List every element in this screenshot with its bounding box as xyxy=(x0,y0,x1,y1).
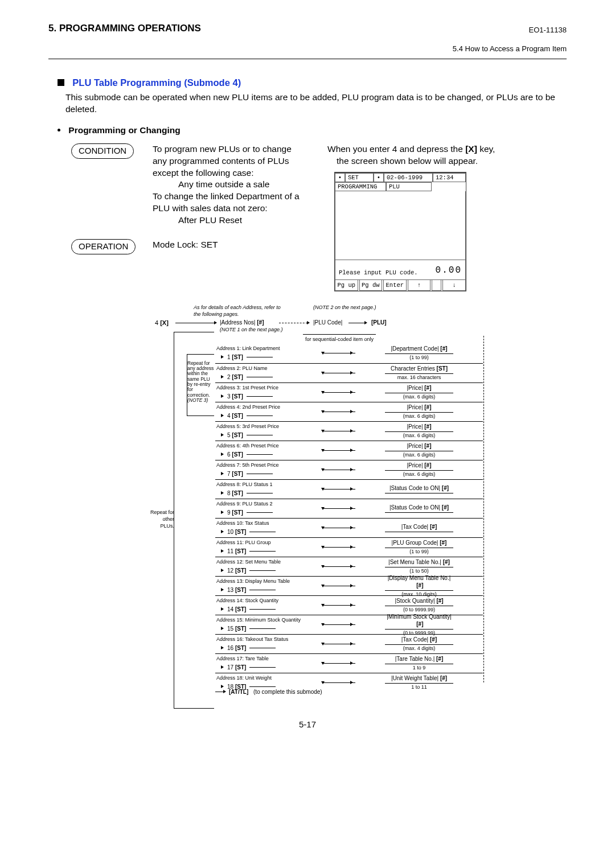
flow-row-st-key: [ST] xyxy=(232,412,243,420)
arrow-down-icon xyxy=(321,526,325,529)
arrow-right-icon xyxy=(350,351,353,355)
flow-row-right-sub: max. 16 characters xyxy=(397,374,441,381)
arrow-down-icon xyxy=(321,372,325,375)
flow-row-num: 3 xyxy=(227,393,231,401)
flow-row-right-sub: (1 to 50) xyxy=(409,567,429,574)
flow-row-right-key: [#] xyxy=(424,385,431,391)
flow-row-num: 7 xyxy=(227,470,231,478)
flow-row-right-key: [#] xyxy=(442,485,449,491)
arrow-down-icon xyxy=(321,681,325,684)
rightcol-line1b: key, xyxy=(479,144,495,154)
arrow-right-icon xyxy=(350,681,353,684)
flow-address-row: Address 1: Link Department1 [ST]|Departm… xyxy=(215,344,483,363)
flow-row-title: Address 5: 3rd Preset Price xyxy=(215,423,323,430)
flow-row-title: Address 14: Stock Quantity xyxy=(215,597,323,604)
arrow-right-icon xyxy=(350,603,353,607)
arrow-right-icon xyxy=(221,472,224,475)
flow-row-right-sub: (max. 4 digits) xyxy=(403,645,436,652)
arrow-down-icon xyxy=(321,546,325,549)
arrow-down-icon xyxy=(321,449,325,452)
arrow-down-icon xyxy=(321,643,325,645)
flow-address-row: Address 11: PLU Group11 [ST]|PLU Group C… xyxy=(215,537,483,557)
flow-note-right: (NOTE 2 on the next page.) xyxy=(313,304,427,311)
condition-text-1a: Any time outside a sale xyxy=(153,179,308,191)
softkey-up: ↑ xyxy=(408,280,431,291)
arrow-right-icon xyxy=(221,394,224,398)
arrow-down-icon xyxy=(321,623,325,626)
softkey-enter: Enter xyxy=(383,280,407,291)
flow-row-right-label: |Stock Quantity| xyxy=(395,598,434,604)
flow-attl-key: [AT/TL] xyxy=(229,689,248,695)
flow-row-right-label: |Price| xyxy=(407,385,423,391)
arrow-right-icon xyxy=(221,491,224,495)
lcd-mode: SET xyxy=(345,173,374,182)
flow-row-right-label: |Minimum Stock Quantity| xyxy=(387,614,452,620)
flow-row-right-label: |Price| xyxy=(407,462,423,468)
flow-row-right-key: [#] xyxy=(436,656,443,662)
flow-address-row: Address 16: Takeout Tax Status16 [ST]|Ta… xyxy=(215,634,483,653)
flow-row-num: 15 xyxy=(227,625,233,633)
flow-row-right-label: Character Entries xyxy=(391,365,435,372)
lcd-dot-icon: • xyxy=(374,173,384,182)
flow-address-row: Address 17: Tare Table17 [ST]|Tare Table… xyxy=(215,653,483,673)
flow-address-row: Address 4: 2nd Preset Price4 [ST]|Price|… xyxy=(215,402,483,421)
flow-row-right-key: [#] xyxy=(424,443,431,449)
flow-start-num: 4 xyxy=(155,319,158,326)
flow-plu-code: |PLU Code| xyxy=(313,319,342,326)
flow-attl-note: (to complete this submode) xyxy=(253,689,322,695)
flow-row-right-label: |Tare Table No.| xyxy=(395,656,435,662)
arrow-down-icon xyxy=(321,662,325,665)
header-rule xyxy=(48,59,567,59)
flow-row-st-key: [ST] xyxy=(235,548,246,556)
flow-row-right-key: [#] xyxy=(443,559,450,565)
arrow-right-icon xyxy=(350,584,353,587)
flow-address-row: Address 7: 5th Preset Price7 [ST]|Price|… xyxy=(215,460,483,479)
flow-row-right-key: [#] xyxy=(440,675,447,681)
flow-row-right-label: |Tax Code| xyxy=(401,636,428,643)
arrow-right-icon xyxy=(221,627,224,630)
arrow-right-icon xyxy=(221,588,224,591)
arrow-down-icon xyxy=(321,585,325,587)
flow-address-row: Address 8: PLU Status 18 [ST]|Status Cod… xyxy=(215,479,483,499)
flow-row-title: Address 9: PLU Status 2 xyxy=(215,500,323,507)
lcd-tab-programming: PROGRAMMING xyxy=(335,182,386,191)
flow-address-row: Address 5: 3rd Preset Price5 [ST]|Price|… xyxy=(215,421,483,441)
flow-note-left: As for details of each Address, refer to… xyxy=(194,304,285,318)
softkey-down: ↓ xyxy=(442,280,466,291)
arrow-right-icon xyxy=(221,569,224,572)
flow-row-right-sub: (max. 6 digits) xyxy=(403,471,436,478)
flow-row-st-key: [ST] xyxy=(235,625,246,633)
softkey-pgdw: Pg dw xyxy=(359,280,383,291)
operation-badge: OPERATION xyxy=(71,239,136,254)
arrow-right-icon xyxy=(350,429,353,433)
flow-row-right-sub: (max. 6 digits) xyxy=(403,413,436,419)
lcd-dot-icon: • xyxy=(335,173,345,182)
flow-row-st-key: [ST] xyxy=(232,470,243,478)
section-heading: 5. PROGRAMMING OPERATIONS xyxy=(48,23,201,34)
flow-row-title: Address 17: Tare Table xyxy=(215,655,323,662)
flow-row-title: Address 4: 2nd Preset Price xyxy=(215,404,323,410)
flow-row-num: 16 xyxy=(227,644,233,652)
flow-repeat-inner: Repeat for any address within the same P… xyxy=(187,360,214,398)
lcd-date: 02-06-1999 xyxy=(384,173,433,182)
arrow-down-icon xyxy=(321,488,325,491)
arrow-down-icon xyxy=(321,410,325,413)
arrow-down-icon xyxy=(321,352,325,355)
arrow-right-icon xyxy=(350,661,353,665)
page-number: 5-17 xyxy=(48,719,567,729)
flow-row-st-key: [ST] xyxy=(235,567,246,575)
flow-row-title: Address 6: 4th Preset Price xyxy=(215,442,323,449)
flow-seq-note: for sequential-coded item only xyxy=(303,334,376,343)
doc-code: EO1-11138 xyxy=(529,26,567,34)
condition-text-1: To program new PLUs or to change any pro… xyxy=(153,143,308,179)
flow-row-title: Address 10: Tax Status xyxy=(215,520,323,526)
flow-row-title: Address 11: PLU Group xyxy=(215,539,323,546)
flow-row-st-key: [ST] xyxy=(232,393,243,401)
flow-row-num: 9 xyxy=(227,509,231,517)
arrow-down-icon xyxy=(321,391,325,394)
flow-row-right-key: [#] xyxy=(440,345,447,352)
flow-address-row: Address 12: Set Menu Table12 [ST]|Set Me… xyxy=(215,557,483,576)
arrow-right-icon xyxy=(221,511,224,514)
flow-row-right-key: [ST] xyxy=(437,365,448,372)
flow-row-title: Address 1: Link Department xyxy=(215,345,323,352)
